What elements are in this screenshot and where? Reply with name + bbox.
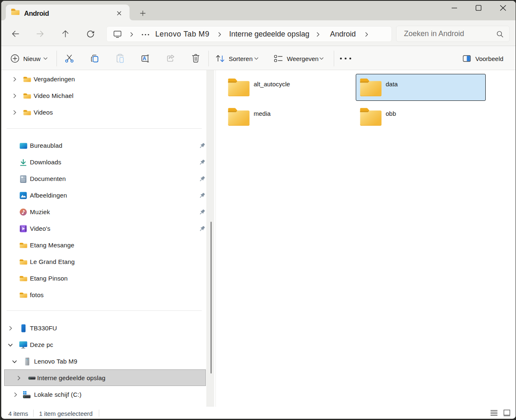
svg-text:A: A <box>143 56 147 61</box>
